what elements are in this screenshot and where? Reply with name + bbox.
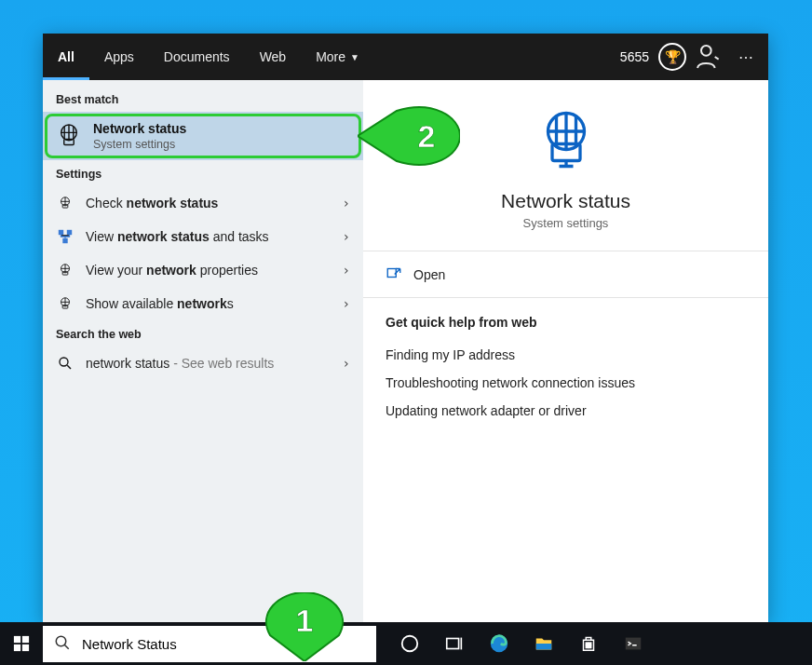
results-left-pane: Best match Network status System setting…	[43, 80, 363, 622]
settings-item-text: Show available networks	[86, 296, 332, 311]
trophy-icon[interactable]: 🏆	[658, 43, 686, 71]
svg-rect-20	[22, 645, 29, 651]
svg-rect-31	[626, 638, 642, 650]
best-match-label: Best match	[43, 86, 363, 112]
svg-rect-24	[447, 639, 459, 649]
search-results-panel: All Apps Documents Web More ▼ 5655 🏆	[43, 34, 768, 622]
search-scope-bar: All Apps Documents Web More ▼ 5655 🏆	[43, 34, 768, 80]
chevron-right-icon: ›	[343, 356, 350, 371]
svg-point-0	[701, 46, 711, 56]
tab-apps[interactable]: Apps	[89, 34, 149, 80]
cortana-icon[interactable]	[387, 622, 432, 665]
chevron-right-icon: ›	[343, 296, 350, 311]
svg-point-21	[56, 636, 66, 646]
settings-item-network-properties[interactable]: View your network properties ›	[43, 253, 363, 287]
taskbar-search-box[interactable]: 1	[43, 626, 376, 662]
best-match-title: Network status	[93, 121, 186, 136]
svg-rect-19	[14, 645, 20, 651]
settings-item-check-status[interactable]: Check network status ›	[43, 186, 363, 220]
svg-rect-16	[387, 269, 396, 278]
globe-icon	[56, 122, 82, 151]
svg-text:1: 1	[296, 603, 314, 638]
svg-rect-27	[586, 643, 588, 645]
best-match-item[interactable]: Network status System settings 2	[43, 112, 363, 160]
open-button[interactable]: Open	[363, 251, 768, 297]
tab-all[interactable]: All	[43, 34, 89, 80]
settings-label: Settings	[43, 160, 363, 186]
top-right-controls: 5655 🏆 ⋯	[620, 34, 768, 80]
rewards-points: 5655	[620, 49, 649, 64]
chevron-right-icon: ›	[343, 196, 350, 210]
search-icon	[56, 355, 74, 372]
help-link-ip[interactable]: Finding my IP address	[363, 341, 768, 369]
best-match-text: Network status System settings	[93, 121, 186, 151]
chevron-right-icon: ›	[343, 229, 350, 244]
annotation-callout-1: 1	[263, 592, 346, 661]
desktop: All Apps Documents Web More ▼ 5655 🏆	[0, 0, 812, 665]
user-icon[interactable]	[694, 42, 724, 72]
tab-more[interactable]: More ▼	[301, 34, 374, 80]
tab-web[interactable]: Web	[245, 34, 302, 80]
svg-rect-29	[586, 645, 588, 647]
chevron-right-icon: ›	[343, 263, 350, 278]
task-view-icon[interactable]	[432, 622, 477, 665]
settings-item-available-networks[interactable]: Show available networks ›	[43, 287, 363, 320]
terminal-icon[interactable]	[611, 622, 656, 665]
svg-rect-6	[59, 230, 63, 235]
taskbar: 1	[0, 622, 812, 665]
help-link-adapter[interactable]: Updating network adapter or driver	[363, 397, 768, 425]
network-sharing-icon	[56, 228, 74, 245]
preview-title: Network status	[363, 190, 768, 212]
globe-icon	[56, 295, 74, 312]
svg-rect-8	[62, 238, 67, 243]
best-match-subtitle: System settings	[93, 138, 186, 151]
globe-icon	[56, 262, 74, 278]
settings-item-text: Check network status	[86, 196, 332, 210]
annotation-highlight-2	[45, 114, 361, 158]
svg-point-23	[402, 636, 418, 652]
settings-item-view-tasks[interactable]: View network status and tasks ›	[43, 220, 363, 253]
svg-rect-26	[536, 644, 552, 649]
quick-help-label: Get quick help from web	[363, 298, 768, 341]
help-link-troubleshoot[interactable]: Troubleshooting network connection issue…	[363, 369, 768, 397]
settings-item-text: View network status and tasks	[86, 229, 332, 244]
web-result-item[interactable]: network status - See web results ›	[43, 346, 363, 380]
svg-rect-28	[589, 643, 590, 645]
scope-tabs: All Apps Documents Web More ▼	[43, 34, 374, 80]
globe-icon	[56, 195, 74, 211]
chevron-down-icon: ▼	[350, 52, 359, 62]
microsoft-store-icon[interactable]	[566, 622, 611, 665]
search-web-label: Search the web	[43, 320, 363, 346]
svg-rect-17	[14, 636, 20, 643]
web-result-text: network status - See web results	[86, 356, 332, 371]
svg-rect-18	[22, 636, 29, 643]
preview-subtitle: System settings	[363, 216, 768, 230]
svg-rect-30	[589, 645, 590, 647]
more-options-icon[interactable]: ⋯	[731, 48, 761, 66]
tab-more-label: More	[316, 49, 345, 64]
start-button[interactable]	[0, 622, 43, 665]
annotation-callout-2: 2	[358, 105, 460, 167]
open-icon	[386, 265, 402, 284]
settings-item-text: View your network properties	[86, 263, 332, 278]
open-label: Open	[413, 267, 445, 282]
svg-text:2: 2	[418, 118, 436, 154]
svg-point-13	[60, 358, 68, 366]
search-icon	[54, 634, 71, 654]
svg-rect-7	[67, 230, 72, 235]
edge-icon[interactable]	[477, 622, 521, 665]
search-body: Best match Network status System setting…	[43, 80, 768, 622]
tab-documents[interactable]: Documents	[149, 34, 245, 80]
file-explorer-icon[interactable]	[521, 622, 566, 665]
